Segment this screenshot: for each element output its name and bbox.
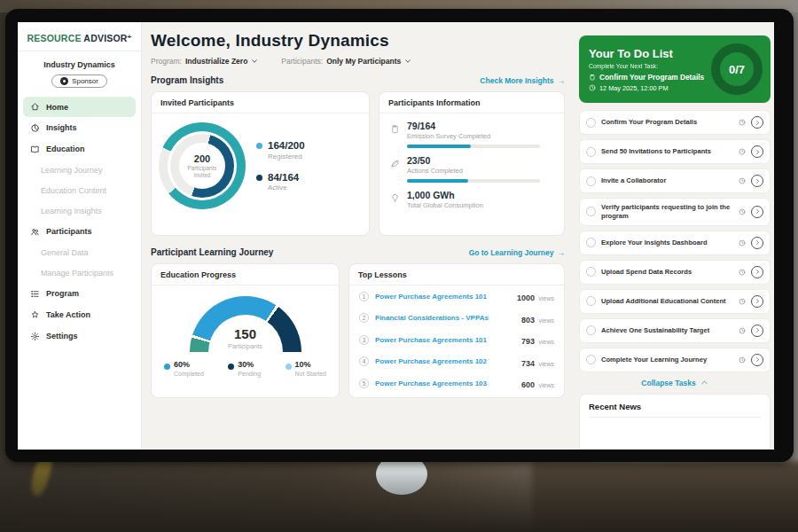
- card-title: Education Progress: [152, 264, 339, 286]
- star-burst-icon: [30, 310, 40, 320]
- sidebar-item-participants[interactable]: Participants: [18, 221, 141, 242]
- participants-information-card: Participants Information 79/164 Emission…: [379, 91, 565, 236]
- sidebar-item-learning-insights[interactable]: Learning Insights: [18, 200, 141, 221]
- stat-label: Total Global Consumption: [407, 201, 483, 209]
- task-item[interactable]: Upload Additional Educational Content: [579, 289, 771, 314]
- task-item[interactable]: Upload Spend Data Records: [579, 260, 771, 285]
- book-icon: [30, 145, 40, 154]
- task-checkbox[interactable]: [586, 325, 596, 335]
- views-suffix: views: [538, 317, 554, 324]
- clock-icon: [739, 208, 746, 215]
- task-checkbox[interactable]: [586, 147, 596, 157]
- lesson-views: 793: [521, 337, 535, 346]
- task-item[interactable]: Complete Your Learning Journey: [579, 348, 771, 372]
- task-go-button[interactable]: [751, 325, 763, 337]
- lesson-link[interactable]: Power Purchase Agreements 101: [375, 336, 515, 344]
- collapse-label: Collapse Tasks: [641, 379, 695, 387]
- lesson-row: 1 Power Purchase Agreements 101 1000 vie…: [349, 286, 564, 308]
- clock-icon: [739, 298, 746, 305]
- chevron-down-icon: [404, 58, 411, 65]
- task-checkbox[interactable]: [586, 238, 596, 247]
- program-filter[interactable]: Program: Industrialize Zero: [151, 57, 258, 66]
- sidebar-item-manage-participants[interactable]: Manage Participants: [18, 262, 141, 283]
- lesson-link[interactable]: Power Purchase Agreements 103: [375, 379, 515, 387]
- main-content: Welcome, Industry Dynamics Program: Indu…: [142, 22, 574, 450]
- people-icon: [30, 227, 40, 237]
- lesson-row: 4 Power Purchase Agreements 102 734 view…: [349, 351, 564, 373]
- chevron-down-icon: [251, 58, 258, 65]
- task-go-button[interactable]: [751, 175, 763, 187]
- task-go-button[interactable]: [751, 295, 763, 308]
- task-label: Upload Spend Data Records: [601, 268, 733, 277]
- todo-subtitle: Complete Your Next Task:: [589, 63, 708, 69]
- sidebar-item-insights[interactable]: Insights: [18, 117, 141, 138]
- sidebar-item-education-content[interactable]: Education Content: [18, 180, 141, 200]
- lesson-link[interactable]: Power Purchase Agreements 101: [375, 293, 511, 301]
- views-suffix: views: [538, 339, 554, 345]
- task-item[interactable]: Invite a Collaborator: [579, 168, 771, 193]
- task-go-button[interactable]: [751, 237, 763, 249]
- logo-advisor: ADVISOR: [83, 33, 127, 43]
- recent-news-title: Recent News: [589, 402, 761, 418]
- legend-dot: [228, 364, 234, 370]
- task-item[interactable]: Explore Your Insights Dashboard: [579, 231, 771, 255]
- task-go-button[interactable]: [751, 206, 763, 218]
- lesson-rank: 2: [359, 313, 369, 323]
- task-checkbox[interactable]: [586, 355, 596, 364]
- stat-emission-survey: 79/164 Emission Survey Completed: [379, 113, 564, 148]
- legend-pct: 30%: [238, 361, 261, 370]
- sidebar-item-label: Participants: [46, 227, 92, 236]
- clipboard-icon: [390, 124, 400, 134]
- legend-value: 84/164: [268, 172, 299, 184]
- education-progress-card: Education Progress 150 Participants: [151, 263, 340, 398]
- views-suffix: views: [538, 295, 554, 301]
- lesson-link[interactable]: Financial Considerations - VPPAs: [375, 314, 515, 322]
- todo-title: Your To Do List: [589, 47, 708, 60]
- task-label: Verify participants requesting to join t…: [601, 203, 733, 221]
- sidebar-item-program[interactable]: Program: [18, 283, 141, 304]
- sidebar-item-take-action[interactable]: Take Action: [18, 304, 141, 325]
- sidebar-item-education[interactable]: Education: [18, 138, 141, 160]
- chevron-right-icon: [755, 208, 761, 215]
- task-item[interactable]: Verify participants requesting to join t…: [579, 198, 771, 226]
- chevron-right-icon: [755, 327, 761, 333]
- donut-center-label: Participants Invited: [179, 165, 225, 179]
- arrow-right-icon: →: [558, 248, 566, 257]
- logo-resource: RESOURCE: [27, 33, 82, 43]
- clipboard-icon: [589, 74, 596, 81]
- task-checkbox[interactable]: [586, 176, 596, 186]
- task-checkbox[interactable]: [586, 267, 596, 277]
- task-go-button[interactable]: [751, 266, 763, 278]
- sidebar-item-home[interactable]: Home: [23, 97, 136, 117]
- participants-filter[interactable]: Participants: Only My Participants: [281, 57, 411, 66]
- task-item[interactable]: Achieve One Sustainability Target: [579, 318, 771, 343]
- sidebar-item-label: Manage Participants: [41, 269, 113, 278]
- clock-icon: [739, 177, 746, 184]
- task-item[interactable]: Send 50 Invitations to Participants: [579, 139, 771, 164]
- legend-pct: 10%: [295, 361, 326, 370]
- home-icon: [30, 102, 40, 112]
- task-item[interactable]: Confirm Your Program Details: [579, 110, 771, 135]
- todo-progress-value: 0/7: [729, 63, 745, 76]
- sidebar-item-settings[interactable]: Settings: [18, 325, 141, 347]
- lesson-rank: 4: [359, 356, 369, 366]
- task-checkbox[interactable]: [586, 296, 596, 306]
- lesson-link[interactable]: Power Purchase Agreements 102: [375, 357, 515, 365]
- task-go-button[interactable]: [751, 354, 763, 366]
- legend-not-started: 10% Not Started: [286, 361, 326, 377]
- sidebar-item-label: Insights: [46, 123, 77, 132]
- invited-participants-card: Invited Participants 200 Participants In…: [151, 91, 370, 236]
- chevron-right-icon: [755, 298, 761, 304]
- task-checkbox[interactable]: [586, 118, 596, 128]
- task-checkbox[interactable]: [586, 207, 596, 216]
- clock-icon: [739, 119, 746, 126]
- task-go-button[interactable]: [751, 116, 763, 129]
- check-more-insights-link[interactable]: Check More Insights →: [480, 76, 565, 85]
- task-label: Invite a Collaborator: [601, 176, 733, 185]
- sidebar-item-general-data[interactable]: General Data: [18, 242, 141, 262]
- page-title: Welcome, Industry Dynamics: [151, 31, 565, 51]
- collapse-tasks-link[interactable]: Collapse Tasks: [579, 379, 771, 387]
- go-to-learning-journey-link[interactable]: Go to Learning Journey →: [469, 248, 565, 257]
- sidebar-item-learning-journey[interactable]: Learning Journey: [18, 160, 141, 180]
- task-go-button[interactable]: [751, 145, 763, 158]
